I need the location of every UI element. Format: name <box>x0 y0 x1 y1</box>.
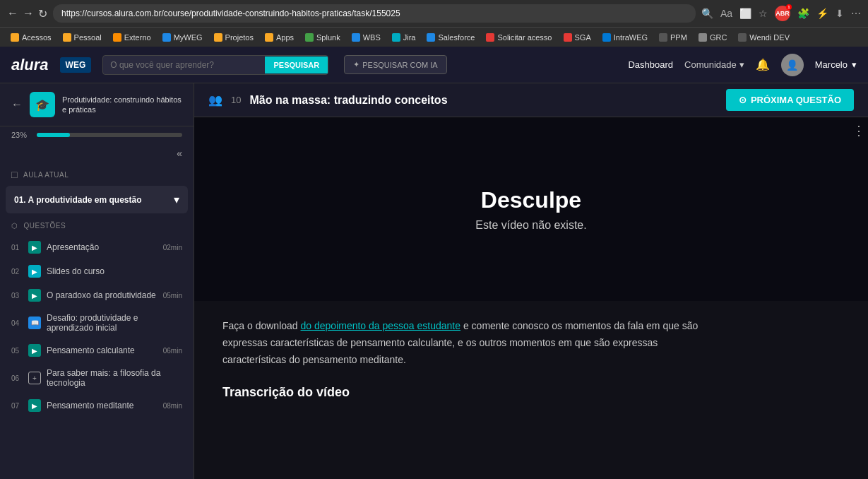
bookmark-icon-sga <box>564 33 572 42</box>
lesson-item[interactable]: 04 📖 Desafio: produtividade e aprendizad… <box>0 307 194 338</box>
bookmark-pessoal[interactable]: Pessoal <box>58 32 107 43</box>
bookmark-acessos[interactable]: Acessos <box>6 32 57 43</box>
progress-bar-fill <box>37 133 70 137</box>
current-lesson-item[interactable]: 01. A produtividade em questão ▾ <box>6 186 188 213</box>
browser-chrome: ← → ↻ 🔍 Aa ⬜ ☆ ABR1 🧩 ⚡ ⬇ ⋯ <box>0 0 868 27</box>
lesson-list: 01 ▶ Apresentação 02min 02 ▶ Slides do c… <box>0 232 194 420</box>
bookmark-wbs[interactable]: WBS <box>347 32 386 43</box>
profile-badge: ABR1 <box>775 6 790 21</box>
ai-icon: ✦ <box>353 60 359 69</box>
course-icon: 🎓 <box>30 92 55 117</box>
lesson-num: 05 <box>11 347 23 355</box>
notifications-bell[interactable]: 🔔 <box>756 58 770 71</box>
refresh-button[interactable]: ↻ <box>38 7 47 20</box>
address-bar[interactable] <box>53 4 696 23</box>
lesson-title: Apresentação <box>47 242 157 252</box>
progress-text: 23% <box>11 131 31 139</box>
search-icon: 🔍 <box>701 8 713 19</box>
user-menu[interactable]: Marcelo ▾ <box>815 59 857 70</box>
lesson-item[interactable]: 02 ▶ Slides do curso <box>0 259 194 283</box>
browser-controls: ← → ↻ <box>7 7 47 20</box>
avatar: 👤 <box>781 54 804 76</box>
people-icon: 👥 <box>208 93 222 107</box>
lesson-item[interactable]: 05 ▶ Pensamento calculante 06min <box>0 338 194 362</box>
bookmark-icon-ppm <box>659 33 667 42</box>
bookmark-myweg[interactable]: MyWEG <box>157 32 208 43</box>
lesson-title: O paradoxo da produtividade <box>47 290 157 300</box>
nav-links: Dashboard Comunidade ▾ 🔔 👤 Marcelo ▾ <box>628 54 857 76</box>
collapse-button[interactable]: « <box>0 143 194 163</box>
bookmark-splunk[interactable]: Splunk <box>300 32 345 43</box>
bookmark-icon-wendi <box>738 33 747 42</box>
course-icon-symbol: 🎓 <box>35 98 49 112</box>
menu-icon: ⋯ <box>851 8 861 19</box>
section-questions: ⬡ QUESTÕES <box>0 216 194 232</box>
reader-icon: Aa <box>720 8 732 19</box>
video-section: Desculpe Este vídeo não existe. <box>194 117 868 301</box>
questions-icon: ⬡ <box>11 222 18 230</box>
bookmark-apps[interactable]: Apps <box>260 32 299 43</box>
bookmark-solicitar[interactable]: Solicitar acesso <box>481 32 557 43</box>
dashboard-link[interactable]: Dashboard <box>628 59 673 70</box>
top-nav: alura WEG PESQUISAR ✦ PESQUISAR COM IA D… <box>0 47 868 83</box>
lesson-icon: 📖 <box>28 317 41 329</box>
back-button[interactable]: ← <box>7 7 18 20</box>
progress-container: 23% <box>0 126 194 143</box>
lesson-item[interactable]: 01 ▶ Apresentação 02min <box>0 235 194 259</box>
content-area: 👥 10 Mão na massa: traduzindo conceitos … <box>194 83 868 479</box>
lesson-icon: ▶ <box>28 344 41 357</box>
community-link[interactable]: Comunidade ▾ <box>684 59 744 70</box>
bookmark-externo[interactable]: Externo <box>108 32 156 43</box>
lesson-item[interactable]: 07 ▶ Pensamento meditante 08min <box>0 394 194 418</box>
section-current-lesson: □ AULA ATUAL <box>0 163 194 183</box>
forward-button[interactable]: → <box>23 7 34 20</box>
ai-search-button[interactable]: ✦ PESQUISAR COM IA <box>344 55 446 74</box>
bookmark-icon-grc <box>698 33 707 42</box>
bookmark-icon-projetos <box>214 33 222 42</box>
content-lesson-number: 10 <box>231 95 241 105</box>
content-body: Faça o download do depoimento da pessoa … <box>194 301 868 479</box>
lesson-item[interactable]: 06 + Para saber mais: a filosofia da tec… <box>0 362 194 394</box>
lesson-icon: ▶ <box>28 265 41 278</box>
content-title-area: 👥 10 Mão na massa: traduzindo conceitos <box>208 93 448 107</box>
notif-badge: 1 <box>786 4 792 10</box>
bookmark-ppm[interactable]: PPM <box>654 32 692 43</box>
next-question-button[interactable]: ⊙ PRÓXIMA QUESTÃO <box>726 89 854 111</box>
bookmark-icon-splunk <box>305 33 314 42</box>
content-header: 👥 10 Mão na massa: traduzindo conceitos … <box>194 83 868 117</box>
bookmark-wendi[interactable]: Wendi DEV <box>733 32 795 43</box>
bookmark-icon-externo <box>113 33 121 42</box>
main-area: ← 🎓 Produtividade: construindo hábitos e… <box>0 83 868 479</box>
lesson-title: Pensamento meditante <box>47 401 157 410</box>
current-lesson-title: 01. A produtividade em questão <box>14 195 141 205</box>
search-button[interactable]: PESQUISAR <box>265 57 328 73</box>
download-link[interactable]: do depoimento da pessoa estudante <box>301 320 461 331</box>
download-icon: ⬇ <box>836 8 844 19</box>
content-title: Mão na massa: traduzindo conceitos <box>249 94 447 107</box>
puzzle-icon: ⚡ <box>816 8 828 19</box>
search-input[interactable] <box>103 56 265 74</box>
video-error-title: Desculpe <box>481 187 581 213</box>
lesson-num: 06 <box>11 374 23 382</box>
lesson-duration: 06min <box>163 347 182 355</box>
more-options-button[interactable]: ⋮ <box>850 121 868 141</box>
bookmark-projetos[interactable]: Projetos <box>209 32 258 43</box>
bookmark-icon-intraweg <box>602 33 611 42</box>
lesson-item[interactable]: 03 ▶ O paradoxo da produtividade 05min <box>0 283 194 307</box>
bookmark-salesforce[interactable]: Salesforce <box>422 32 480 43</box>
bookmark-jira[interactable]: Jira <box>387 32 421 43</box>
bookmark-grc[interactable]: GRC <box>694 32 732 43</box>
sidebar-back-button[interactable]: ← <box>11 98 23 111</box>
chevron-down-icon: ▾ <box>739 59 744 70</box>
course-title: Produtividade: construindo hábitos e prá… <box>62 95 182 115</box>
lesson-title: Pensamento calculante <box>47 345 157 355</box>
bookmark-icon-pessoal <box>63 33 71 42</box>
bookmark-icon-apps <box>265 33 273 42</box>
bookmark-sga[interactable]: SGA <box>559 32 596 43</box>
chevron-down-icon: ▾ <box>174 193 179 206</box>
lesson-duration: 02min <box>163 244 182 252</box>
extension-icon: 🧩 <box>797 8 809 19</box>
lesson-title: Desafio: produtividade e aprendizado ini… <box>47 313 177 333</box>
lesson-num: 01 <box>11 244 23 252</box>
bookmark-intraweg[interactable]: IntraWEG <box>598 32 653 43</box>
